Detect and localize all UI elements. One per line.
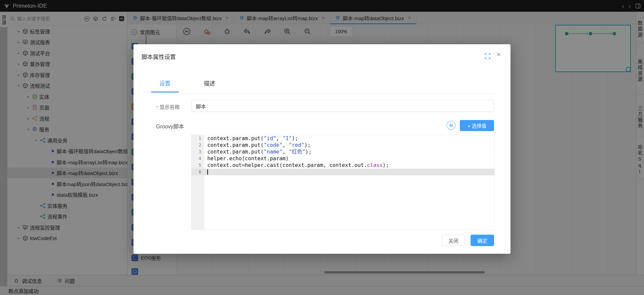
close-button[interactable]: 关闭 [442,235,465,246]
application-window: Primeton-IDE ‹ › 资源 AI Ab ▸标签管理▸测试报表▸测试平… [0,0,644,295]
gutter [192,175,204,230]
script-properties-dialog: 脚本属性设置 × 设置描述 *显示名称 Groovy脚本 AI + 选择值 1c… [133,44,511,254]
line-number: 4 [192,155,204,162]
fullscreen-icon[interactable] [485,53,490,60]
code-line[interactable]: 1context.param.put("id", "1"); [192,135,494,142]
line-number: 2 [192,142,204,149]
code-line[interactable]: 4helper.echo(context.param) [192,155,494,162]
select-value-button[interactable]: + 选择值 [460,120,494,131]
code-line[interactable]: 5context.out=helper.cast(context.param, … [192,162,494,169]
dialog-tab[interactable]: 设置 [151,79,179,93]
text-cursor [207,169,208,175]
ai-assist-icon[interactable]: AI [446,121,455,130]
groovy-script-label: Groovy脚本 [156,122,184,130]
ok-button[interactable]: 确定 [471,235,494,246]
line-number: 6 [192,169,204,175]
code-line[interactable]: 2context.param.put("code", "red"); [192,142,494,149]
dialog-title: 脚本属性设置 [142,52,176,61]
line-number: 5 [192,162,204,169]
dialog-tabs: 设置描述 [151,79,240,93]
dialog-tab[interactable]: 描述 [196,79,223,93]
display-name-label: *显示名称 [156,103,180,110]
line-number: 1 [192,135,204,142]
display-name-input[interactable] [191,100,494,112]
close-icon[interactable]: × [496,51,501,58]
groovy-code-editor[interactable]: 1context.param.put("id", "1");2context.p… [191,135,495,230]
code-line[interactable]: 3context.param.put("name", "红色"); [192,149,494,155]
tabs-divider [151,93,495,94]
line-number: 3 [192,149,204,155]
code-line[interactable]: 6 [192,169,494,175]
required-mark: * [156,104,158,110]
